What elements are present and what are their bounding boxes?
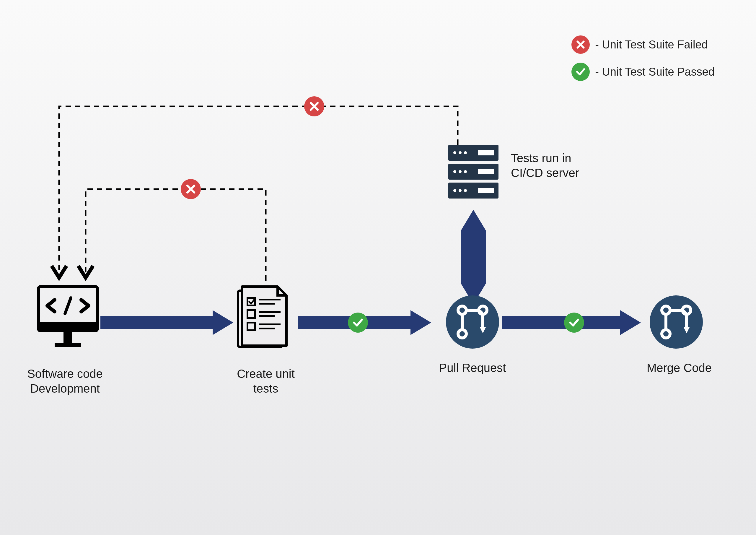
svg-marker-3 — [411, 310, 431, 335]
svg-point-48 — [459, 189, 462, 192]
x-icon — [181, 179, 201, 199]
svg-point-47 — [453, 189, 456, 192]
dashed-path-ci-fail — [59, 106, 458, 278]
svg-rect-45 — [478, 169, 494, 174]
label-dev: Software code Development — [18, 366, 112, 396]
legend: - Unit Test Suite Failed - Unit Test Sui… — [571, 36, 715, 81]
check-icon — [564, 313, 584, 333]
git-merge-icon — [650, 296, 703, 349]
arrow-pr-ci-bidirectional — [461, 210, 486, 304]
svg-point-37 — [453, 151, 456, 154]
dashed-path-tests-fail — [86, 189, 266, 281]
svg-marker-6 — [461, 210, 486, 230]
label-ci-server: Tests run in CI/CD server — [511, 151, 594, 180]
legend-fail-row: - Unit Test Suite Failed — [571, 36, 715, 54]
svg-point-44 — [464, 170, 467, 173]
svg-point-42 — [453, 170, 456, 173]
svg-rect-40 — [478, 150, 494, 155]
svg-rect-12 — [55, 343, 81, 347]
svg-point-38 — [459, 151, 462, 154]
checklist-icon — [238, 287, 286, 347]
svg-rect-10 — [39, 322, 97, 331]
svg-rect-7 — [461, 230, 486, 284]
legend-fail-label: - Unit Test Suite Failed — [595, 39, 708, 51]
svg-rect-4 — [502, 316, 620, 329]
svg-point-30 — [650, 296, 703, 349]
computer-icon — [39, 287, 97, 347]
check-icon — [571, 63, 590, 81]
label-merge-code: Merge Code — [638, 360, 720, 375]
svg-point-24 — [446, 296, 499, 349]
svg-marker-1 — [213, 310, 233, 335]
svg-point-39 — [464, 151, 467, 154]
label-unit-tests: Create unit tests — [225, 366, 307, 396]
x-icon — [304, 96, 324, 116]
label-pull-request: Pull Request — [431, 360, 514, 375]
legend-pass-label: - Unit Test Suite Passed — [595, 66, 715, 78]
svg-rect-50 — [478, 188, 494, 193]
svg-line-13 — [65, 298, 71, 314]
check-icon — [348, 313, 368, 333]
svg-rect-0 — [100, 316, 213, 329]
svg-point-49 — [464, 189, 467, 192]
server-icon — [448, 145, 499, 199]
svg-point-43 — [459, 170, 462, 173]
arrow-dev-to-tests — [100, 310, 233, 335]
svg-marker-5 — [620, 310, 641, 335]
svg-rect-11 — [64, 331, 72, 343]
git-pr-icon — [446, 296, 499, 349]
legend-pass-row: - Unit Test Suite Passed — [571, 63, 715, 81]
x-icon — [571, 36, 590, 54]
